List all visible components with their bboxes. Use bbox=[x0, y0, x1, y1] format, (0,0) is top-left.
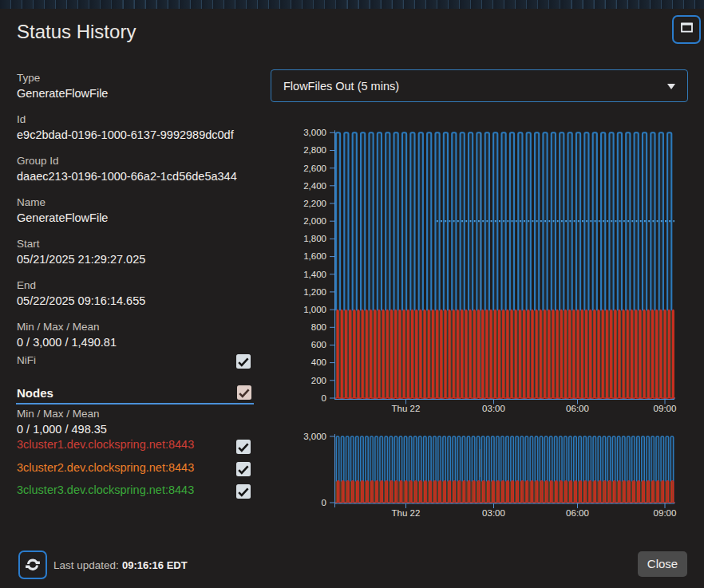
svg-text:600: 600 bbox=[311, 340, 326, 349]
svg-text:400: 400 bbox=[311, 357, 326, 367]
svg-text:03:00: 03:00 bbox=[482, 404, 505, 413]
svg-text:03:00: 03:00 bbox=[482, 508, 505, 518]
svg-text:1,000: 1,000 bbox=[303, 305, 326, 314]
svg-text:09:00: 09:00 bbox=[654, 508, 677, 518]
svg-text:2,200: 2,200 bbox=[303, 199, 326, 208]
svg-text:2,000: 2,000 bbox=[303, 216, 326, 226]
svg-text:0: 0 bbox=[322, 498, 326, 507]
svg-text:3,000: 3,000 bbox=[303, 432, 326, 441]
svg-text:200: 200 bbox=[311, 376, 326, 385]
svg-text:2,800: 2,800 bbox=[303, 145, 326, 155]
svg-text:1,400: 1,400 bbox=[303, 270, 326, 279]
svg-text:2,600: 2,600 bbox=[303, 164, 326, 173]
svg-text:0: 0 bbox=[322, 393, 326, 403]
svg-text:09:00: 09:00 bbox=[654, 404, 677, 413]
svg-text:2,400: 2,400 bbox=[303, 181, 326, 191]
svg-text:Thu 22: Thu 22 bbox=[392, 508, 421, 518]
svg-text:06:00: 06:00 bbox=[566, 508, 589, 518]
svg-text:1,800: 1,800 bbox=[303, 234, 326, 243]
svg-text:1,600: 1,600 bbox=[303, 251, 326, 261]
svg-text:800: 800 bbox=[311, 322, 326, 332]
svg-text:1,200: 1,200 bbox=[303, 287, 326, 297]
svg-text:Thu 22: Thu 22 bbox=[392, 404, 421, 413]
svg-text:3,000: 3,000 bbox=[303, 128, 326, 137]
svg-text:06:00: 06:00 bbox=[566, 404, 589, 413]
